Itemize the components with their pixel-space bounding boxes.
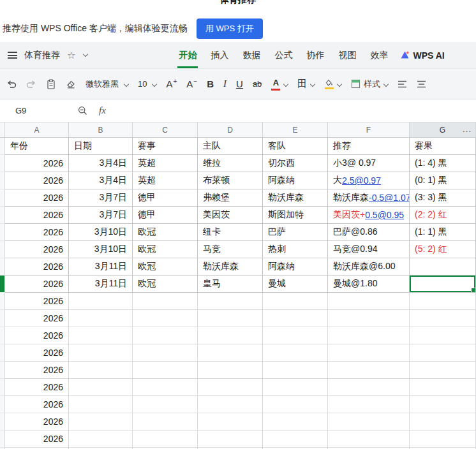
cell[interactable]: 马竞@0.94 <box>328 241 410 258</box>
cell[interactable]: 巴萨@0.86 <box>328 224 410 241</box>
row-header[interactable] <box>0 431 5 448</box>
cell[interactable]: 2026 <box>5 258 69 276</box>
cell[interactable]: 2026 <box>5 310 69 327</box>
cell[interactable]: 布莱顿 <box>198 172 263 189</box>
align-left-button[interactable] <box>398 80 407 88</box>
cell[interactable]: 皇马 <box>198 276 263 293</box>
cell[interactable] <box>133 379 198 396</box>
cell[interactable] <box>198 379 263 396</box>
cell[interactable]: 欧冠 <box>133 241 198 258</box>
tab-efficiency[interactable]: 效率 <box>363 42 395 68</box>
cell[interactable]: 3月4日 <box>69 155 133 172</box>
cell[interactable]: 切尔西 <box>263 155 328 172</box>
font-color-button[interactable]: A <box>271 78 288 91</box>
cell[interactable] <box>410 293 476 310</box>
row-header[interactable] <box>0 189 5 207</box>
header-cell[interactable]: 主队 <box>198 138 263 155</box>
decrease-font-button[interactable]: A− <box>186 78 197 89</box>
row-header[interactable] <box>0 327 5 344</box>
cell[interactable] <box>328 327 410 344</box>
insert-function-button[interactable]: fx <box>99 105 106 116</box>
bold-button[interactable]: B <box>207 78 214 89</box>
cell[interactable] <box>133 431 198 448</box>
header-cell[interactable]: 赛果 <box>410 138 476 155</box>
column-header-E[interactable]: E <box>263 122 328 137</box>
cell[interactable]: 欧冠 <box>133 258 198 276</box>
cell[interactable]: 3月10日 <box>69 224 133 241</box>
cell[interactable]: 弗赖堡 <box>198 189 263 207</box>
cell[interactable]: 2026 <box>5 189 69 207</box>
cell[interactable]: 2026 <box>5 413 69 431</box>
cell[interactable] <box>263 293 328 310</box>
cell[interactable] <box>198 327 263 344</box>
cell[interactable] <box>69 431 133 448</box>
font-family-select[interactable]: 微软雅黑 <box>86 78 128 90</box>
cell[interactable]: 欧冠 <box>133 224 198 241</box>
paste-button[interactable] <box>46 79 56 89</box>
tab-collaborate[interactable]: 协作 <box>299 42 331 68</box>
cell[interactable]: 美因茨 <box>198 207 263 224</box>
cell[interactable]: 2026 <box>5 293 69 310</box>
clear-format-eraser-button[interactable] <box>66 79 76 89</box>
cell[interactable]: 大2.5@0.97 <box>328 172 410 189</box>
cell[interactable] <box>328 293 410 310</box>
row-header[interactable] <box>0 362 5 379</box>
cell[interactable]: 2026 <box>5 362 69 379</box>
cell[interactable] <box>133 362 198 379</box>
cell[interactable]: 勒沃库森 <box>198 258 263 276</box>
cell[interactable]: 2026 <box>5 224 69 241</box>
row-header[interactable] <box>0 310 5 327</box>
tab-formulas[interactable]: 公式 <box>267 42 299 68</box>
row-header[interactable] <box>0 276 5 293</box>
column-header-D[interactable]: D <box>198 122 263 137</box>
cell[interactable] <box>198 344 263 362</box>
row-header[interactable] <box>0 344 5 362</box>
cell[interactable] <box>410 379 476 396</box>
cell[interactable] <box>133 396 198 413</box>
cell[interactable] <box>263 413 328 431</box>
cell[interactable]: 美因茨+0.5@0.95 <box>328 207 410 224</box>
cell[interactable] <box>410 431 476 448</box>
cell[interactable] <box>133 310 198 327</box>
cell[interactable]: 2026 <box>5 344 69 362</box>
cell[interactable]: 3月10日 <box>69 241 133 258</box>
strikethrough-button[interactable]: ab <box>253 79 262 89</box>
cell[interactable] <box>69 379 133 396</box>
cell[interactable] <box>198 431 263 448</box>
cell[interactable]: 2026 <box>5 431 69 448</box>
row-header[interactable] <box>0 379 5 396</box>
cell[interactable] <box>410 396 476 413</box>
column-header-F[interactable]: F <box>328 122 410 137</box>
zoom-search-icon[interactable] <box>78 106 87 115</box>
cell[interactable] <box>410 413 476 431</box>
cell[interactable]: (1: 1) 黑 <box>410 224 476 241</box>
cell[interactable] <box>328 344 410 362</box>
cell[interactable] <box>198 293 263 310</box>
cell[interactable] <box>263 431 328 448</box>
cell[interactable] <box>69 362 133 379</box>
cell[interactable]: (2: 2) 红 <box>410 207 476 224</box>
cell[interactable] <box>328 396 410 413</box>
cell[interactable]: 德甲 <box>133 189 198 207</box>
row-header[interactable] <box>0 172 5 189</box>
header-cell[interactable]: 日期 <box>69 138 133 155</box>
fill-color-button[interactable] <box>324 79 341 89</box>
increase-font-button[interactable]: A+ <box>166 78 177 89</box>
menu-hamburger-icon[interactable] <box>8 52 17 59</box>
header-cell[interactable]: 年份 <box>5 138 69 155</box>
cell[interactable] <box>198 396 263 413</box>
cell[interactable]: 马竞 <box>198 241 263 258</box>
cell[interactable]: 阿森纳 <box>263 258 328 276</box>
cell[interactable]: 3月11日 <box>69 276 133 293</box>
cell[interactable] <box>69 327 133 344</box>
cell[interactable] <box>69 293 133 310</box>
cell[interactable] <box>410 276 476 293</box>
cell[interactable]: (3: 3) 黑 <box>410 189 476 207</box>
cell[interactable]: 2026 <box>5 276 69 293</box>
cell[interactable]: 曼城 <box>263 276 328 293</box>
cell[interactable]: 纽卡 <box>198 224 263 241</box>
cell[interactable] <box>198 310 263 327</box>
italic-button[interactable]: I <box>223 78 227 89</box>
header-cell[interactable]: 赛事 <box>133 138 198 155</box>
cell[interactable]: 德甲 <box>133 207 198 224</box>
